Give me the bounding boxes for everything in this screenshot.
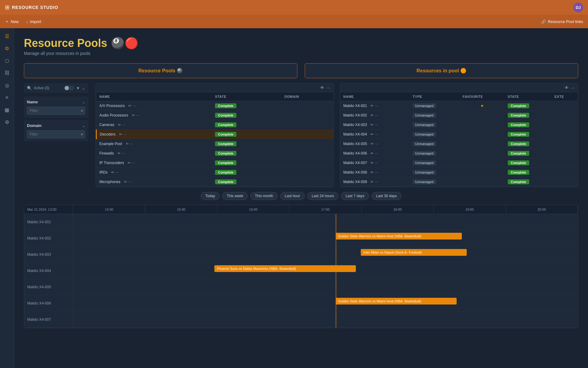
domain-section-header: Domain ⌄ <box>27 123 85 128</box>
edit-icon[interactable]: ✏ <box>371 180 374 184</box>
more-row-icon[interactable]: ··· <box>115 170 119 174</box>
table-row[interactable]: Makito X4-004 ✏ ··· Unmanaged Complete <box>340 130 578 139</box>
edit-icon[interactable]: ✏ <box>118 151 121 155</box>
more-row-icon[interactable]: ··· <box>128 180 131 184</box>
sidebar-icon-chart[interactable]: ▦ <box>2 104 13 115</box>
more-row-icon[interactable]: ··· <box>375 132 378 136</box>
view-icon-2[interactable]: 👁 <box>564 85 569 90</box>
table-row[interactable]: A/V Processors ✏ ··· Complete <box>96 101 334 111</box>
table-row[interactable]: Decoders ✏ ··· Complete <box>96 130 334 139</box>
edit-icon[interactable]: ✏ <box>371 113 374 117</box>
more-row-icon[interactable]: ··· <box>375 142 378 146</box>
timeline-event[interactable]: Inter Milan vs Napoli (Serie A- Football… <box>361 249 467 256</box>
table-row[interactable]: Cameras ✏ ··· Complete <box>96 120 334 130</box>
name-filter-section: Name ⌄ ✕ <box>24 97 88 118</box>
star-icon[interactable]: ★ <box>481 104 484 108</box>
edit-icon[interactable]: ✏ <box>124 180 127 184</box>
domain-chevron-icon[interactable]: ⌄ <box>82 124 85 128</box>
edit-icon[interactable]: ✏ <box>371 170 374 174</box>
time-marker: 14:00 <box>73 205 145 214</box>
more-row-icon[interactable]: ··· <box>133 104 136 108</box>
edit-icon[interactable]: ✏ <box>371 132 374 136</box>
table-row[interactable]: Microphones ✏ ··· Complete <box>96 177 334 187</box>
table-row[interactable]: IP Transcoders ✏ ··· Complete <box>96 158 334 168</box>
edit-icon[interactable]: ✏ <box>371 104 374 108</box>
more-row-icon[interactable]: ··· <box>122 123 125 127</box>
time-filter-button[interactable]: Last 7 days <box>341 192 369 200</box>
sidebar-icon-target[interactable]: ◎ <box>2 80 13 91</box>
edit-icon[interactable]: ✏ <box>371 142 374 146</box>
funnel-icon[interactable]: ▼ <box>76 86 80 90</box>
resources-header-row: NAME TYPE FAVOURITE STATE EXTE <box>340 92 578 101</box>
edit-icon[interactable]: ✏ <box>371 161 374 165</box>
name-filter-clear-icon[interactable]: ✕ <box>81 109 83 113</box>
name-filter-input[interactable] <box>27 107 85 115</box>
edit-icon[interactable]: ✏ <box>119 132 122 136</box>
more-row-icon[interactable]: ··· <box>375 104 378 108</box>
more-row-icon[interactable]: ··· <box>375 123 378 127</box>
table-row[interactable]: IRDs ✏ ··· Complete <box>96 168 334 177</box>
chevron-icon[interactable]: ⌄ <box>82 86 85 90</box>
more-row-icon[interactable]: ··· <box>122 151 125 155</box>
sidebar-icon-menu[interactable]: ☰ <box>2 31 13 42</box>
user-avatar[interactable]: DJ <box>573 2 583 12</box>
new-button[interactable]: ＋ New <box>5 19 19 24</box>
table-row[interactable]: Makito X4-007 ✏ ··· Unmanaged Complete <box>340 158 578 168</box>
view-icon[interactable]: 👁 <box>320 85 324 90</box>
edit-icon[interactable]: ✏ <box>128 104 131 108</box>
more-row-icon[interactable]: ··· <box>375 161 378 165</box>
timeline-current-line <box>336 295 336 311</box>
more-row-icon[interactable]: ··· <box>132 161 135 165</box>
timeline-row: Makito X4-005 <box>24 279 578 295</box>
edit-icon[interactable]: ✏ <box>111 170 114 174</box>
sidebar-icon-settings[interactable]: ⚙ <box>2 117 13 128</box>
more-row-icon[interactable]: ··· <box>375 113 378 117</box>
active-toggle[interactable] <box>64 86 74 90</box>
more-row-icon[interactable]: ··· <box>136 113 139 117</box>
sidebar-icon-link[interactable]: ⛓ <box>2 67 13 79</box>
time-filter-button[interactable]: Last 24 hours <box>307 192 339 200</box>
table-row[interactable]: Makito X4-003 ✏ ··· Unmanaged Complete <box>340 120 578 130</box>
edit-icon[interactable]: ✏ <box>371 151 374 155</box>
time-filter-button[interactable]: Last 30 days <box>371 192 401 200</box>
edit-icon[interactable]: ✏ <box>128 161 131 165</box>
domain-filter-input[interactable] <box>27 130 85 138</box>
time-filter-button[interactable]: This week <box>222 192 248 200</box>
type-badge: Unmanaged <box>413 170 436 175</box>
time-filter-button[interactable]: Last hour <box>280 192 305 200</box>
edit-icon[interactable]: ✏ <box>371 123 374 127</box>
table-row[interactable]: Makito X4-008 ✏ ··· Unmanaged Complete <box>340 168 578 177</box>
more-row-icon[interactable]: ··· <box>375 151 378 155</box>
more-row-icon[interactable]: ··· <box>130 142 133 146</box>
domain-filter-clear-icon[interactable]: ✕ <box>81 132 83 136</box>
more-icon[interactable]: ··· <box>327 85 330 90</box>
more-icon-2[interactable]: ··· <box>571 85 575 90</box>
table-row[interactable]: Makito X4-009 ✏ ··· Unmanaged Complete <box>340 177 578 187</box>
sidebar-icon-cube[interactable]: ⬡ <box>2 55 13 66</box>
more-row-icon[interactable]: ··· <box>375 170 378 174</box>
table-row[interactable]: Makito X4-002 ✏ ··· Unmanaged Complete <box>340 111 578 120</box>
table-row[interactable]: Makito X4-005 ✏ ··· Unmanaged Complete <box>340 139 578 149</box>
more-row-icon[interactable]: ··· <box>375 180 378 184</box>
edit-icon[interactable]: ✏ <box>132 113 135 117</box>
resource-pool-link[interactable]: 🔗 Resource Pool links <box>541 19 583 24</box>
time-filter-button[interactable]: Today <box>201 192 220 200</box>
table-row[interactable]: Firewalls ✏ ··· Complete <box>96 149 334 158</box>
table-row[interactable]: Audio Processors ✏ ··· Complete <box>96 111 334 120</box>
timeline-event[interactable]: Golden State Warriors vs Miami Heat (NBA… <box>336 233 462 240</box>
timeline-row-label: Makito X4-006 <box>24 295 73 311</box>
table-row[interactable]: Makito X4-001 ✏ ··· Unmanaged ★ Complete <box>340 101 578 111</box>
table-row[interactable]: Example Pool ✏ ··· Complete <box>96 139 334 149</box>
name-chevron-icon[interactable]: ⌄ <box>82 100 85 104</box>
import-button[interactable]: ↓ Import <box>26 19 41 24</box>
edit-icon[interactable]: ✏ <box>118 123 121 127</box>
more-row-icon[interactable]: ··· <box>123 132 126 136</box>
timeline-event[interactable]: Golden State Warriors vs Miami Heat (NBA… <box>336 298 457 305</box>
table-row[interactable]: Makito X4-006 ✏ ··· Unmanaged Complete <box>340 149 578 158</box>
sidebar-icon-layers[interactable]: ⧉ <box>2 43 13 54</box>
timeline-row-content <box>73 214 578 230</box>
time-filter-button[interactable]: This month <box>250 192 277 200</box>
edit-icon[interactable]: ✏ <box>126 142 129 146</box>
timeline-event[interactable]: Phoenix Suns vs Dallas Mavericks (NBA- B… <box>214 265 356 272</box>
sidebar-icon-document[interactable]: ≡ <box>2 92 13 103</box>
